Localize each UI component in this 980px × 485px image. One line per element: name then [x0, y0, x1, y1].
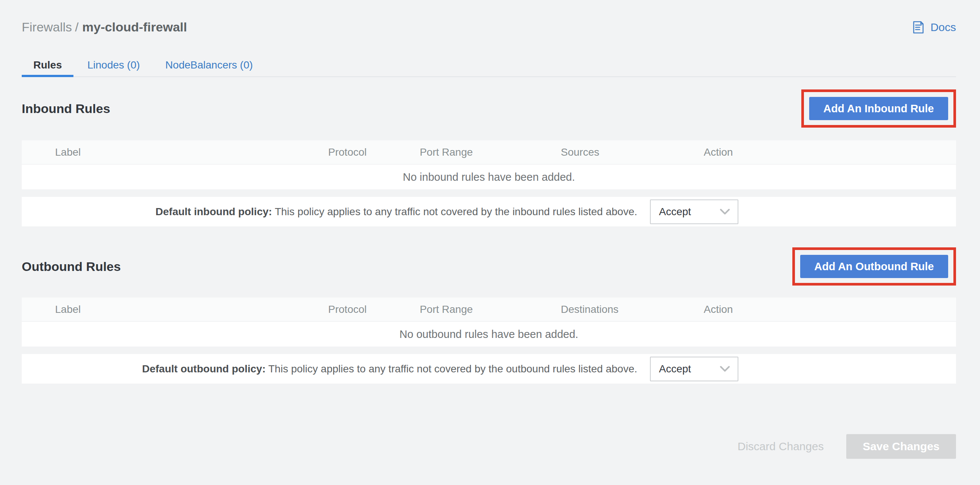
inbound-column-action: Action: [704, 146, 956, 158]
outbound-table-header-row: Label Protocol Port Range Destinations A…: [22, 298, 956, 321]
inbound-table-header-row: Label Protocol Port Range Sources Action: [22, 140, 956, 164]
firewall-detail-page: Firewalls/my-cloud-firewall Docs Rules L…: [0, 19, 980, 459]
inbound-policy-row: Default inbound policy: This policy appl…: [22, 197, 956, 227]
outbound-rules-table: Label Protocol Port Range Destinations A…: [22, 298, 956, 384]
outbound-column-action: Action: [704, 303, 956, 315]
outbound-policy-select[interactable]: Accept: [650, 357, 738, 381]
outbound-column-destinations: Destinations: [561, 303, 704, 315]
inbound-policy-selected-value: Accept: [659, 206, 691, 218]
inbound-column-protocol: Protocol: [328, 146, 420, 158]
inbound-policy-select[interactable]: Accept: [650, 200, 738, 224]
outbound-column-label: Label: [22, 303, 328, 315]
inbound-rules-table: Label Protocol Port Range Sources Action…: [22, 140, 956, 227]
outbound-rules-heading: Outbound Rules: [22, 259, 121, 274]
outbound-section-header: Outbound Rules Add An Outbound Rule: [22, 247, 956, 285]
form-actions-footer: Discard Changes Save Changes: [22, 434, 956, 459]
inbound-column-sources: Sources: [561, 146, 704, 158]
inbound-rules-section: Inbound Rules Add An Inbound Rule Label …: [22, 89, 956, 227]
save-changes-button[interactable]: Save Changes: [846, 434, 956, 459]
outbound-rules-section: Outbound Rules Add An Outbound Rule Labe…: [22, 247, 956, 384]
chevron-down-icon: [720, 366, 730, 372]
outbound-policy-description: Default outbound policy: This policy app…: [142, 363, 637, 375]
discard-changes-button[interactable]: Discard Changes: [723, 434, 839, 459]
outbound-empty-message: No outbound rules have been added.: [399, 328, 578, 341]
page-header: Firewalls/my-cloud-firewall Docs: [22, 19, 956, 35]
outbound-empty-row: No outbound rules have been added.: [22, 322, 956, 347]
breadcrumb-firewalls-link[interactable]: Firewalls: [22, 20, 72, 34]
add-outbound-rule-button[interactable]: Add An Outbound Rule: [800, 255, 948, 278]
docs-link-label: Docs: [931, 21, 956, 34]
inbound-empty-row: No inbound rules have been added.: [22, 165, 956, 189]
inbound-rules-heading: Inbound Rules: [22, 101, 110, 116]
inbound-column-label: Label: [22, 146, 328, 158]
tab-bar: Rules Linodes (0) NodeBalancers (0): [22, 54, 956, 77]
outbound-policy-selected-value: Accept: [659, 363, 691, 375]
breadcrumb-separator: /: [75, 20, 78, 34]
chevron-down-icon: [720, 208, 730, 215]
outbound-policy-row: Default outbound policy: This policy app…: [22, 354, 956, 384]
outbound-column-port-range: Port Range: [420, 303, 561, 315]
tab-rules[interactable]: Rules: [22, 54, 73, 76]
tab-nodebalancers[interactable]: NodeBalancers (0): [154, 54, 264, 76]
inbound-column-port-range: Port Range: [420, 146, 561, 158]
docs-icon: [911, 20, 925, 35]
breadcrumb: Firewalls/my-cloud-firewall: [22, 19, 187, 35]
tab-linodes[interactable]: Linodes (0): [76, 54, 151, 76]
page-title: my-cloud-firewall: [83, 20, 187, 34]
docs-link[interactable]: Docs: [911, 20, 956, 35]
inbound-policy-description: Default inbound policy: This policy appl…: [156, 206, 637, 218]
inbound-empty-message: No inbound rules have been added.: [403, 171, 575, 183]
annotation-highlight-inbound-button: Add An Inbound Rule: [801, 89, 956, 128]
annotation-highlight-outbound-button: Add An Outbound Rule: [792, 247, 956, 285]
add-inbound-rule-button[interactable]: Add An Inbound Rule: [809, 97, 948, 120]
inbound-section-header: Inbound Rules Add An Inbound Rule: [22, 89, 956, 128]
outbound-column-protocol: Protocol: [328, 303, 420, 315]
